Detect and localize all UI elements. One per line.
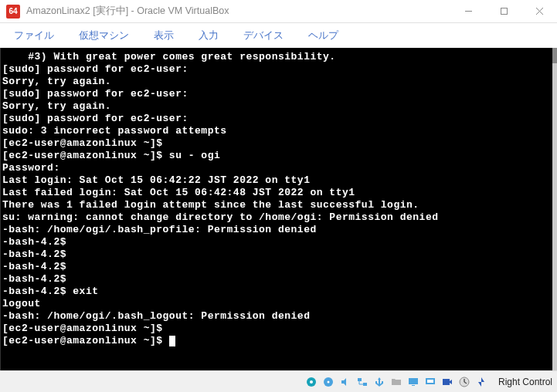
display-icon[interactable] [406,375,420,389]
svg-point-5 [310,380,313,384]
terminal-line: -bash-4.2$ [2,248,552,261]
terminal-line: [sudo] password for ec2-user: [2,63,552,76]
terminal-line: [ec2-user@amazonlinux ~]$ [2,137,552,150]
menu-machine[interactable]: 仮想マシン [68,25,140,46]
statusbar: Right Control [0,370,557,392]
terminal-line: -bash-4.2$ [2,236,552,248]
minimize-button[interactable] [450,0,486,22]
svg-rect-1 [501,8,507,15]
usb-icon[interactable] [372,375,386,389]
terminal-line: -bash-4.2$ exit [2,286,552,298]
terminal-line: [sudo] password for ec2-user: [2,113,552,125]
app-icon: 64 [6,5,20,19]
terminal-line: su: warning: cannot change directory to … [2,211,552,224]
terminal-line: -bash: /home/ogi/.bash_profile: Permissi… [2,224,552,236]
keyboard-icon[interactable] [474,375,488,389]
window-title: AmazonLinax2 [実行中] - Oracle VM VirtualBo… [26,5,450,18]
terminal-line: Sorry, try again. [2,100,552,113]
svg-rect-8 [358,378,362,381]
terminal-line: -bash: /home/ogi/.bash_logout: Permissio… [2,310,552,323]
hdd-icon[interactable] [304,375,318,389]
terminal-line: There was 1 failed login attempt since t… [2,199,552,211]
svg-point-7 [327,380,329,383]
window-controls [450,0,557,22]
svg-rect-13 [412,385,415,386]
audio-icon[interactable] [338,375,352,389]
terminal-line: #3) With great power comes great respons… [2,51,552,63]
terminal-line: [ec2-user@amazonlinux ~]$ [2,335,552,347]
svg-rect-15 [427,380,433,383]
menu-help[interactable]: ヘルプ [297,25,349,46]
menu-view[interactable]: 表示 [143,25,185,46]
terminal-cursor [169,336,175,346]
terminal-line: sudo: 3 incorrect password attempts [2,125,552,137]
menu-input[interactable]: 入力 [188,25,229,46]
display2-icon[interactable] [423,375,437,389]
terminal-line: -bash-4.2$ [2,261,552,273]
terminal-line: [sudo] password for ec2-user: [2,88,552,100]
terminal-line: [ec2-user@amazonlinux ~]$ su - ogi [2,150,552,162]
folder-icon[interactable] [389,375,403,389]
network-icon[interactable] [355,375,369,389]
cpu-icon[interactable] [457,375,471,389]
terminal-line: Last login: Sat Oct 15 06:42:22 JST 2022… [2,174,552,187]
terminal-line: [ec2-user@amazonlinux ~]$ [2,323,552,335]
menubar: ファイル 仮想マシン 表示 入力 デバイス ヘルプ [0,23,557,48]
terminal-pane[interactable]: #3) With great power comes great respons… [0,48,557,370]
titlebar: 64 AmazonLinax2 [実行中] - Oracle VM Virtua… [0,0,557,23]
disc-icon[interactable] [321,375,335,389]
terminal-line: -bash-4.2$ [2,273,552,286]
recording-icon[interactable] [440,375,454,389]
terminal-line: Sorry, try again. [2,76,552,88]
menu-devices[interactable]: デバイス [233,25,294,46]
svg-rect-12 [409,378,418,384]
scrollbar-track[interactable] [552,48,557,370]
maximize-button[interactable] [486,0,521,22]
host-key-label: Right Control [495,377,552,387]
terminal-line: Password: [2,162,552,174]
scrollbar-thumb[interactable] [552,48,557,63]
terminal-line: Last failed login: Sat Oct 15 06:42:48 J… [2,187,552,199]
menu-file[interactable]: ファイル [3,25,65,46]
close-button[interactable] [521,0,557,22]
terminal-line: logout [2,298,552,310]
svg-rect-16 [443,379,450,385]
